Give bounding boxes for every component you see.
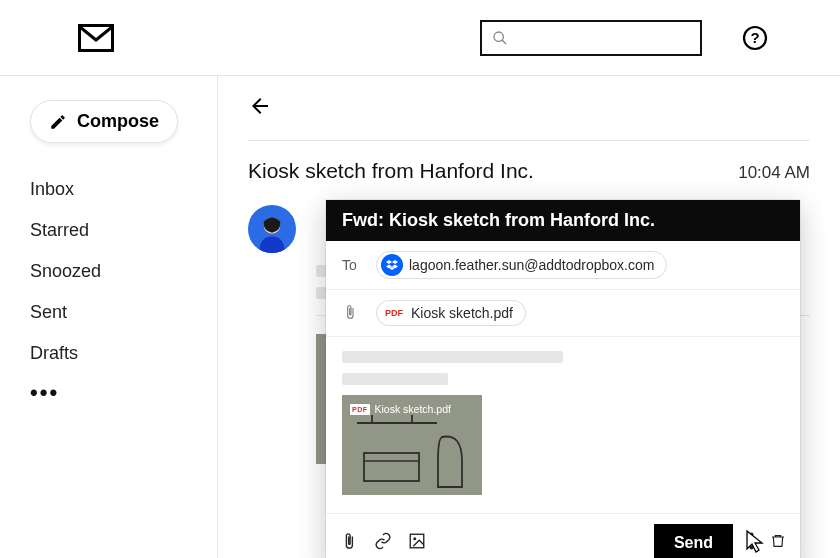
arrow-left-icon — [248, 94, 272, 118]
compose-window: Fwd: Kiosk sketch from Hanford Inc. To l… — [326, 200, 800, 558]
apps-grid-icon[interactable] — [790, 26, 814, 50]
attachment-chip[interactable]: PDF Kiosk sketch.pdf — [376, 300, 526, 326]
svg-text:?: ? — [750, 29, 759, 46]
insert-link-icon[interactable] — [374, 532, 392, 554]
attachment-chip-name: Kiosk sketch.pdf — [411, 305, 513, 321]
recipient-email: lagoon.feather.sun@addtodropbox.com — [409, 257, 654, 273]
svg-point-22 — [750, 539, 754, 543]
svg-line-2 — [502, 40, 506, 44]
attach-file-icon[interactable] — [340, 532, 358, 554]
svg-point-1 — [494, 32, 503, 41]
compose-button[interactable]: Compose — [30, 100, 178, 143]
sidebar: Compose Inbox Starred Snoozed Sent Draft… — [0, 76, 218, 558]
app-header: ? — [0, 0, 840, 76]
attachment-icon — [342, 304, 364, 323]
pencil-icon — [49, 113, 67, 131]
body-text-placeholder — [342, 373, 448, 385]
help-icon[interactable]: ? — [742, 25, 768, 51]
sender-avatar[interactable] — [248, 205, 296, 253]
sidebar-item-snoozed[interactable]: Snoozed — [30, 251, 195, 292]
send-button[interactable]: Send — [654, 524, 733, 558]
send-label: Send — [674, 534, 713, 552]
sidebar-item-inbox[interactable]: Inbox — [30, 169, 195, 210]
insert-image-icon[interactable] — [408, 532, 426, 554]
discard-icon[interactable] — [770, 532, 786, 554]
sidebar-item-sent[interactable]: Sent — [30, 292, 195, 333]
compose-toolbar: Send — [326, 513, 800, 558]
sidebar-item-drafts[interactable]: Drafts — [30, 333, 195, 374]
mail-logo-icon — [78, 24, 114, 52]
menu-icon[interactable] — [26, 25, 52, 51]
pdf-badge-icon: PDF — [350, 404, 370, 415]
thread-title: Kiosk sketch from Hanford Inc. — [248, 159, 534, 183]
recipient-chip[interactable]: lagoon.feather.sun@addtodropbox.com — [376, 251, 667, 279]
thread-time: 10:04 AM — [738, 163, 810, 183]
sidebar-item-starred[interactable]: Starred — [30, 210, 195, 251]
compose-to-row[interactable]: To lagoon.feather.sun@addtodropbox.com — [326, 241, 800, 290]
more-options-icon[interactable] — [749, 532, 754, 554]
svg-point-20 — [413, 537, 416, 540]
sidebar-more-icon[interactable]: ••• — [30, 374, 195, 406]
to-label: To — [342, 257, 364, 273]
svg-point-23 — [750, 546, 754, 550]
svg-rect-19 — [410, 534, 424, 548]
compose-attachment-row: PDF Kiosk sketch.pdf — [326, 290, 800, 337]
pdf-badge-icon: PDF — [385, 308, 403, 318]
compose-label: Compose — [77, 111, 159, 132]
dropbox-icon — [381, 254, 403, 276]
body-attachment-preview[interactable]: PDF Kiosk sketch.pdf — [342, 395, 482, 495]
svg-point-21 — [750, 533, 754, 537]
back-button[interactable] — [248, 94, 272, 122]
body-text-placeholder — [342, 351, 563, 363]
search-input[interactable] — [480, 20, 702, 56]
compose-subject[interactable]: Fwd: Kiosk sketch from Hanford Inc. — [326, 200, 800, 241]
search-icon — [492, 30, 508, 46]
body-attachment-name: Kiosk sketch.pdf — [375, 403, 451, 415]
compose-body[interactable]: PDF Kiosk sketch.pdf — [326, 337, 800, 513]
